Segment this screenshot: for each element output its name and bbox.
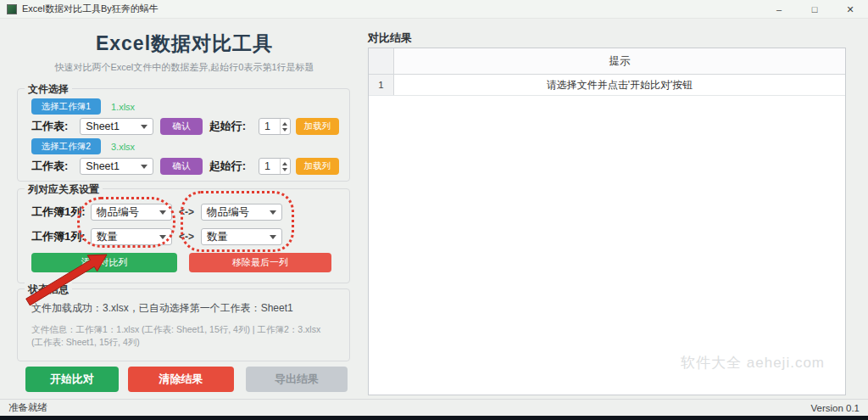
row-message-cell[interactable]: 请选择文件并点击'开始比对'按钮 — [394, 75, 845, 95]
mapping2-left-dropdown[interactable]: 数量 — [91, 228, 172, 245]
mapping2-label: 工作簿1列: — [31, 229, 91, 244]
column-mapping-label: 列对应关系设置 — [25, 182, 103, 197]
results-table: 提示 1 请选择文件并点击'开始比对'按钮 软件大全 aeheji.com — [368, 48, 846, 395]
app-icon — [7, 4, 17, 14]
workbook1-filename: 1.xlsx — [111, 102, 135, 112]
spin-down-icon[interactable] — [282, 168, 287, 171]
book1-select-row: 选择工作簿1 1.xlsx — [31, 98, 339, 115]
window-controls: – □ ✕ — [761, 0, 868, 19]
watermark-text: 软件大全 aeheji.com — [681, 353, 825, 372]
action-buttons-row: 开始比对 清除结果 导出结果 — [25, 367, 348, 392]
select-workbook1-button[interactable]: 选择工作簿1 — [31, 98, 101, 115]
page-subtitle: 快速对比两个Excel文件中的数据差异,起始行0表示第1行是标题 — [17, 61, 352, 74]
startrow2-stepper[interactable]: 1 — [259, 158, 291, 175]
export-results-button[interactable]: 导出结果 — [246, 367, 348, 392]
status-line-1: 文件加载成功：3.xlsx，已自动选择第一个工作表：Sheet1 — [31, 301, 337, 316]
table-row[interactable]: 1 请选择文件并点击'开始比对'按钮 — [369, 75, 845, 96]
mapping-row-2: 工作簿1列: 数量 <-> 数量 — [31, 227, 339, 246]
spin-up-icon[interactable] — [282, 162, 287, 165]
window-title: Excel数据对比工具By狂奔的蜗牛 — [22, 3, 159, 15]
mapping1-right-value: 物品编号 — [207, 205, 249, 220]
status-bar: 准备就绪 Version 0.1 — [0, 399, 868, 416]
file-selection-label: 文件选择 — [25, 82, 72, 97]
book2-config-row: 工作表: Sheet1 确认 起始行: 1 加载列 — [31, 158, 339, 175]
mapping1-separator: <-> — [172, 206, 201, 218]
title-bar: Excel数据对比工具By狂奔的蜗牛 – □ ✕ — [0, 0, 868, 19]
chevron-down-icon — [141, 165, 147, 169]
load-columns1-button[interactable]: 加载列 — [296, 118, 339, 135]
load-columns2-button[interactable]: 加载列 — [296, 158, 339, 175]
add-compare-column-button[interactable]: 添加对比列 — [31, 253, 177, 272]
chevron-down-icon — [270, 210, 276, 215]
confirm1-button[interactable]: 确认 — [160, 118, 202, 135]
book1-config-row: 工作表: Sheet1 确认 起始行: 1 加载列 — [31, 118, 339, 135]
column-mapping-group: 列对应关系设置 工作簿1列: 物品编号 <-> 物品编号 工作簿1列: 数量 <… — [17, 188, 350, 283]
remove-last-column-button[interactable]: 移除最后一列 — [189, 253, 331, 272]
startrow1-value[interactable]: 1 — [259, 119, 280, 134]
clear-results-button[interactable]: 清除结果 — [128, 367, 234, 392]
mapping-row-1: 工作簿1列: 物品编号 <-> 物品编号 — [31, 203, 339, 221]
mapping2-separator: <-> — [172, 231, 201, 243]
sheet1-value: Sheet1 — [86, 120, 120, 132]
confirm2-button[interactable]: 确认 — [160, 158, 202, 175]
mapping2-right-value: 数量 — [207, 230, 228, 244]
results-label: 对比结果 — [368, 31, 412, 46]
left-panel: Excel数据对比工具 快速对比两个Excel文件中的数据差异,起始行0表示第1… — [17, 19, 352, 400]
sheet2-label: 工作表: — [31, 159, 75, 174]
mapping1-label: 工作簿1列: — [31, 204, 91, 220]
table-header-row: 提示 — [369, 48, 845, 75]
table-corner-cell — [369, 48, 394, 74]
minimize-icon[interactable]: – — [761, 0, 797, 19]
start-compare-button[interactable]: 开始比对 — [25, 367, 119, 392]
spin-down-icon[interactable] — [282, 128, 287, 132]
status-bar-message: 准备就绪 — [8, 401, 47, 414]
mapping2-left-value: 数量 — [97, 230, 118, 244]
startrow1-stepper[interactable]: 1 — [259, 118, 291, 135]
version-label: Version 0.1 — [810, 403, 860, 413]
book2-select-row: 选择工作簿2 3.xlsx — [31, 138, 339, 154]
row-number-cell[interactable]: 1 — [369, 75, 394, 95]
mapping-buttons-row: 添加对比列 移除最后一列 — [31, 253, 339, 272]
startrow2-label: 起始行: — [209, 159, 254, 174]
table-column-header: 提示 — [394, 48, 845, 74]
taskbar-edge — [0, 416, 868, 420]
sheet1-dropdown[interactable]: Sheet1 — [80, 118, 153, 135]
file-selection-group: 文件选择 选择工作簿1 1.xlsx 工作表: Sheet1 确认 起始行: 1… — [17, 88, 350, 182]
results-panel: 对比结果 提示 1 请选择文件并点击'开始比对'按钮 软件大全 aeheji.c… — [366, 19, 851, 397]
sheet1-label: 工作表: — [31, 119, 75, 134]
status-info-label: 状态信息 — [25, 283, 72, 297]
chevron-down-icon — [159, 210, 166, 215]
mapping1-left-dropdown[interactable]: 物品编号 — [91, 204, 172, 221]
chevron-down-icon — [159, 235, 166, 239]
maximize-icon[interactable]: □ — [797, 0, 832, 19]
sheet2-value: Sheet1 — [86, 160, 120, 172]
mapping1-left-value: 物品编号 — [97, 205, 139, 220]
status-info-group: 状态信息 文件加载成功：3.xlsx，已自动选择第一个工作表：Sheet1 文件… — [17, 288, 350, 361]
close-icon[interactable]: ✕ — [832, 0, 868, 19]
chevron-down-icon — [141, 125, 147, 129]
mapping1-right-dropdown[interactable]: 物品编号 — [201, 204, 282, 221]
select-workbook2-button[interactable]: 选择工作簿2 — [31, 138, 101, 154]
page-title: Excel数据对比工具 — [17, 31, 352, 57]
spin-up-icon[interactable] — [282, 122, 287, 126]
mapping2-right-dropdown[interactable]: 数量 — [201, 228, 282, 245]
startrow2-arrows[interactable] — [280, 159, 290, 174]
sheet2-dropdown[interactable]: Sheet1 — [80, 158, 153, 175]
startrow1-label: 起始行: — [209, 119, 254, 134]
startrow1-arrows[interactable] — [280, 119, 290, 134]
chevron-down-icon — [270, 235, 276, 239]
status-line-2: 文件信息：工作簿1：1.xlsx (工作表: Sheet1, 15行, 4列) … — [31, 323, 337, 349]
workbook2-filename: 3.xlsx — [111, 142, 135, 152]
startrow2-value[interactable]: 1 — [259, 159, 280, 174]
